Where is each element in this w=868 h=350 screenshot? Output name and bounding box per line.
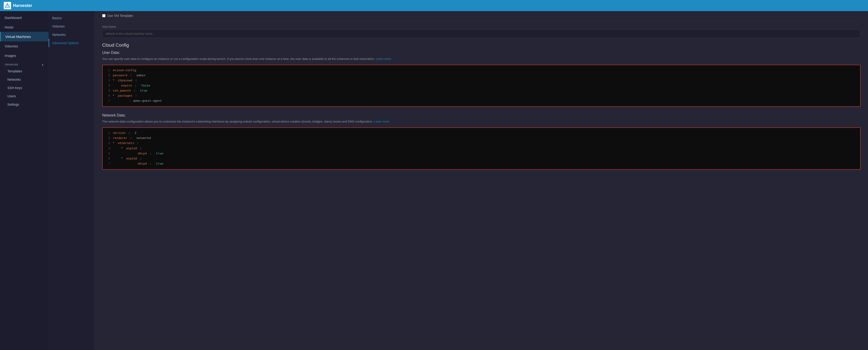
sidebar-item-images[interactable]: Images bbox=[0, 51, 49, 60]
topbar: Harvester bbox=[0, 0, 868, 11]
net-code-line-1: 1 version: 2 bbox=[106, 131, 857, 136]
code-line-7: 7 - qemu-guest-agent bbox=[106, 98, 857, 103]
app-logo[interactable]: Harvester bbox=[4, 2, 32, 9]
network-data-section: Network Data: The network-data configura… bbox=[102, 113, 861, 169]
sidebar-item-settings[interactable]: Settings bbox=[0, 100, 49, 109]
tab-volumes[interactable]: Volumes bbox=[49, 22, 95, 31]
net-code-line-7: 7 dhcp4: true bbox=[106, 161, 857, 166]
net-code-line-6: 6 ▼enp2s0: bbox=[106, 156, 857, 161]
net-code-line-5: 5 dhcp4: true bbox=[106, 151, 857, 156]
net-code-line-3: 3 ▼ethernets: bbox=[106, 141, 857, 146]
cloud-config-section: Cloud Config User Data: You can specify … bbox=[102, 42, 861, 170]
host-name-input[interactable] bbox=[102, 29, 861, 38]
sidebar: Dashboard Hosts Virtual Machines Volumes… bbox=[0, 11, 49, 350]
code-line-4: 4 expire: false bbox=[106, 83, 857, 88]
net-code-line-4: 4 ▼enp1s0: bbox=[106, 146, 857, 151]
network-data-editor[interactable]: 1 version: 2 2 renderer: networkd 3 ▼eth… bbox=[102, 127, 861, 170]
tab-basics[interactable]: Basics bbox=[49, 14, 95, 22]
tab-networks[interactable]: Networks bbox=[49, 31, 95, 39]
code-line-6: 6 ▼packages: bbox=[106, 93, 857, 98]
host-name-label: Host Name bbox=[102, 25, 861, 28]
sidebar-advanced-section[interactable]: Advanced ▲ bbox=[0, 60, 49, 67]
network-data-learn-more[interactable]: Learn more bbox=[374, 120, 389, 123]
volumes-label: Volumes bbox=[5, 44, 18, 48]
user-data-title: User Data: bbox=[102, 51, 861, 55]
svg-point-2 bbox=[7, 6, 8, 7]
code-line-1: 1 #cloud-config bbox=[106, 68, 857, 73]
advanced-label: Advanced bbox=[5, 63, 18, 66]
user-data-learn-more[interactable]: Learn more bbox=[376, 57, 391, 61]
code-line-5: 5 ssh_pwauth: true bbox=[106, 88, 857, 93]
sidebar-item-templates[interactable]: Templates bbox=[0, 67, 49, 75]
use-vm-template-label: Use VM Template: bbox=[107, 14, 134, 18]
use-vm-template-row: Use VM Template: bbox=[102, 11, 861, 22]
host-name-field-group: Host Name bbox=[102, 25, 861, 38]
logo-icon bbox=[4, 2, 11, 9]
app-title: Harvester bbox=[13, 3, 32, 8]
images-label: Images bbox=[5, 54, 16, 58]
tab-advanced-options[interactable]: Advanced Options bbox=[49, 39, 95, 47]
chevron-up-icon: ▲ bbox=[41, 63, 44, 66]
sidebar-item-networks[interactable]: Networks bbox=[0, 75, 49, 84]
sidebar-item-volumes[interactable]: Volumes bbox=[0, 41, 49, 51]
sub-nav: Basics Volumes Networks Advanced Options bbox=[49, 11, 95, 350]
main-layout: Dashboard Hosts Virtual Machines Volumes… bbox=[0, 11, 868, 350]
network-data-desc: The network-data configuration allows yo… bbox=[102, 119, 861, 124]
net-code-line-2: 2 renderer: networkd bbox=[106, 136, 857, 141]
code-line-3: 3 ▼chpasswd: bbox=[106, 78, 857, 83]
sidebar-item-ssh-keys[interactable]: SSH Keys bbox=[0, 84, 49, 92]
hosts-label: Hosts bbox=[5, 25, 13, 29]
sidebar-item-dashboard[interactable]: Dashboard bbox=[0, 13, 49, 23]
user-data-editor[interactable]: 1 #cloud-config 2 password: admin 3 ▼chp… bbox=[102, 65, 861, 107]
user-data-desc: You can specify user data to configure a… bbox=[102, 57, 861, 62]
user-data-section: User Data: You can specify user data to … bbox=[102, 51, 861, 107]
sidebar-item-hosts[interactable]: Hosts bbox=[0, 23, 49, 32]
sidebar-item-virtual-machines[interactable]: Virtual Machines bbox=[0, 32, 49, 41]
vm-label: Virtual Machines bbox=[5, 35, 31, 39]
code-line-2: 2 password: admin bbox=[106, 73, 857, 78]
use-vm-template-checkbox[interactable] bbox=[102, 14, 105, 17]
cloud-config-title: Cloud Config bbox=[102, 42, 861, 48]
network-data-title: Network Data: bbox=[102, 113, 861, 118]
content-area: Basics Volumes Networks Advanced Options… bbox=[49, 11, 868, 350]
dashboard-label: Dashboard bbox=[5, 16, 22, 20]
sidebar-item-users[interactable]: Users bbox=[0, 92, 49, 100]
main-content: Use VM Template: Host Name Cloud Config … bbox=[95, 11, 868, 350]
